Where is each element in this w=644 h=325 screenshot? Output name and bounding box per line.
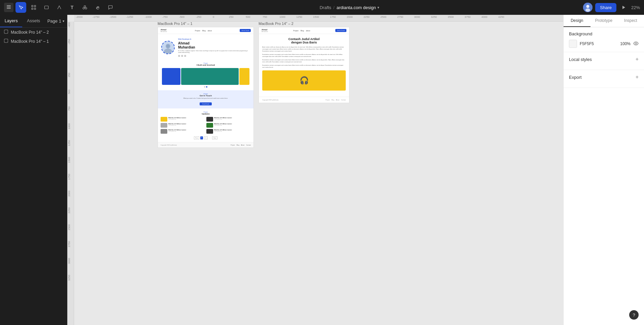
- toolbar-breadcrumb: Drafts / ardianta.com design ▾: [118, 5, 580, 10]
- grid-item-1: Web Dev & Fulltime Learner Lorem ipsum t…: [161, 117, 205, 122]
- breadcrumb: Drafts / ardianta.com design ▾: [319, 5, 379, 10]
- svg-rect-7: [45, 6, 48, 9]
- frame1-hero-text: Web Developer & AhmadMuhardian Hi, I'm C…: [178, 38, 250, 57]
- frame1-label: MacBook Pro 14" – 1: [158, 22, 193, 26]
- layer-item-2[interactable]: MacBook Pro 14" – 1: [0, 37, 67, 46]
- svg-point-36: [635, 42, 637, 44]
- page-selector[interactable]: Page 1 ▾: [45, 15, 67, 27]
- grid-item-4: Web Dev & Fulltime Learner Lorem ipsum t…: [206, 123, 251, 128]
- toolbar-left: T: [4, 2, 116, 13]
- svg-rect-6: [34, 8, 36, 9]
- ruler-num: -2000: [76, 15, 82, 19]
- filename-chevron: ▾: [377, 5, 379, 10]
- ruler-vnum: 3250: [68, 275, 71, 281]
- hand-tool[interactable]: [92, 2, 103, 13]
- tab-layers[interactable]: Layers: [0, 15, 22, 27]
- svg-rect-23: [4, 39, 8, 43]
- layer-item-1[interactable]: MacBook Pro 14" – 2: [0, 28, 67, 37]
- frame-macbook-2[interactable]: Ahmad Muhardian Project Blog about Get I…: [259, 27, 349, 103]
- frame1-footer: Copyright 2022 by Ardianta Project Blog …: [158, 142, 253, 148]
- export-add[interactable]: +: [636, 74, 639, 80]
- frame1-grid: Web Dev & Fulltime Learner Lorem ipsum t…: [161, 117, 251, 134]
- grid-item-3: Web Dev & Fulltime Learner Lorem ipsum t…: [161, 123, 205, 128]
- ruler-num: 1250: [296, 15, 302, 19]
- color-swatch[interactable]: [569, 40, 577, 48]
- svg-point-8: [84, 6, 86, 7]
- svg-point-13: [585, 8, 590, 12]
- tab-assets[interactable]: Assets: [22, 15, 44, 27]
- menu-button[interactable]: [4, 3, 13, 12]
- ruler-vnum: 2750: [68, 241, 71, 247]
- ruler-num: -1000: [145, 15, 151, 19]
- tab-design[interactable]: Design: [564, 15, 590, 27]
- user-avatar[interactable]: [583, 3, 592, 12]
- export-title: Export: [569, 75, 582, 80]
- frame-tool[interactable]: [28, 2, 39, 13]
- file-name[interactable]: ardianta.com design ▾: [337, 5, 379, 10]
- svg-point-9: [83, 7, 84, 9]
- frame1-nav-cta: Get In Touch: [240, 29, 251, 32]
- svg-rect-3: [32, 5, 33, 7]
- right-panel-tabs: Design Prototype Inspect: [564, 15, 644, 27]
- frame1-contact: Project Get In Touch What you want to do…: [158, 90, 253, 108]
- play-button[interactable]: [619, 3, 629, 12]
- ruler-num: 1500: [313, 15, 319, 19]
- right-panel: Design Prototype Inspect Background F5F5…: [563, 15, 644, 325]
- layer-frame-icon-2: [4, 39, 8, 44]
- vector-tool[interactable]: [54, 2, 65, 13]
- tab-inspect[interactable]: Inspect: [617, 15, 644, 27]
- frame2-nav-links: Project Blog about: [293, 30, 310, 32]
- frame2-article: Contaoh Judul Artikeldengan Dua Baris Am…: [259, 34, 349, 94]
- frame1-cards: [161, 68, 251, 85]
- ruler-num: 2000: [347, 15, 353, 19]
- toolbar: T Drafts / ardianta.c: [0, 0, 644, 15]
- svg-rect-1: [7, 7, 11, 7]
- ruler-vnum: 1500: [68, 157, 71, 163]
- components-tool[interactable]: [79, 2, 90, 13]
- frame1-logo: Ahmad Muhardian: [161, 29, 167, 32]
- ruler-num: 3750: [465, 15, 471, 19]
- color-value[interactable]: F5F5F5: [580, 41, 617, 46]
- svg-point-12: [586, 5, 589, 8]
- ruler-vnum: 750: [68, 106, 71, 111]
- layer-frame-icon-1: [4, 30, 8, 35]
- canvas-content[interactable]: MacBook Pro 14" – 1 Ahmad Muhardian Proj…: [74, 22, 563, 325]
- frame-macbook-1[interactable]: Ahmad Muhardian Project Blog about Get I…: [158, 27, 254, 148]
- drafts-link[interactable]: Drafts: [319, 5, 331, 10]
- svg-point-10: [85, 7, 87, 9]
- select-tool[interactable]: [15, 2, 26, 13]
- frame1-dots: [161, 86, 251, 88]
- background-row[interactable]: F5F5F5 100%: [569, 40, 639, 48]
- share-button[interactable]: Share: [595, 3, 616, 12]
- grid-item-5: Web Dev & Fulltime Learner Lorem ipsum t…: [161, 129, 205, 134]
- frame2-logo: Ahmad Muhardian: [262, 29, 268, 32]
- visibility-toggle[interactable]: [633, 41, 639, 47]
- ruler-num: -1750: [93, 15, 99, 19]
- frame1-hero: Web Developer & AhmadMuhardian Hi, I'm C…: [158, 34, 253, 61]
- comment-tool[interactable]: [105, 2, 116, 13]
- ruler-vnum: 250: [68, 73, 71, 77]
- panel-tabs: Layers Assets Page 1 ▾: [0, 15, 67, 28]
- menu-icon: [6, 5, 11, 10]
- help-button[interactable]: ?: [629, 310, 639, 320]
- toolbar-right: Share 22%: [583, 3, 640, 12]
- ruler-num: 750: [263, 15, 267, 19]
- ruler-vnum: 500: [68, 90, 71, 94]
- canvas-area[interactable]: -2000 -1750 -1500 -1250 -1000 -750 -500 …: [67, 15, 563, 325]
- local-styles-section: Local styles +: [564, 52, 644, 70]
- ruler-num: 2250: [364, 15, 370, 19]
- text-tool[interactable]: T: [67, 2, 77, 13]
- rectangle-tool[interactable]: [41, 2, 52, 13]
- page-chevron: ▾: [63, 19, 64, 23]
- opacity-value[interactable]: 100%: [620, 41, 631, 46]
- local-styles-header: Local styles +: [569, 56, 639, 62]
- svg-rect-2: [7, 8, 11, 9]
- local-styles-add[interactable]: +: [636, 56, 639, 62]
- zoom-level[interactable]: 22%: [631, 5, 640, 10]
- ruler-num: 4250: [498, 15, 504, 19]
- frame1-nav-links: Project Blog about: [195, 30, 212, 32]
- grid-item-6: Web Dev & Fulltime Learner Lorem ipsum t…: [206, 129, 251, 134]
- local-styles-title: Local styles: [569, 57, 592, 62]
- tab-prototype[interactable]: Prototype: [590, 15, 617, 27]
- svg-rect-0: [7, 5, 11, 6]
